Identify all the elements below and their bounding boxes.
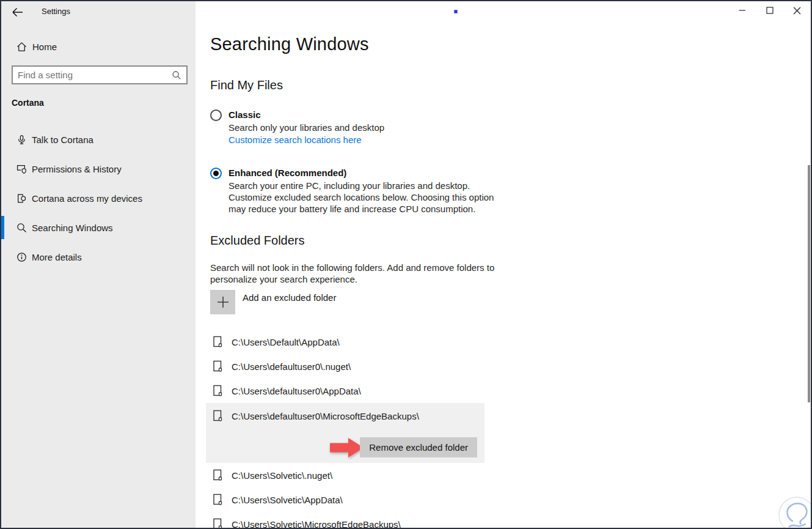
folder-icon — [213, 360, 222, 372]
add-excluded-folder-label: Add an excluded folder — [243, 292, 336, 314]
maximize-button[interactable] — [756, 1, 783, 20]
search-icon[interactable] — [172, 70, 181, 80]
window-controls — [728, 1, 811, 20]
folder-icon — [213, 469, 222, 481]
folder-path: C:\Users\Solvetic\.nuget\ — [232, 470, 332, 481]
folder-path: C:\Users\defaultuser0\.nuget\ — [232, 361, 351, 372]
titlebar: Settings — [1, 1, 196, 22]
excluded-folder-list: C:\Users\Default\AppData\ C:\Users\defau… — [206, 330, 485, 529]
option-enhanced: Enhanced (Recommended) Search your entir… — [210, 167, 503, 215]
vertical-scrollbar-thumb[interactable] — [808, 165, 810, 402]
classic-radio[interactable] — [210, 109, 222, 121]
folder-icon — [213, 518, 222, 529]
option-classic: Classic Search only your libraries and d… — [210, 109, 503, 146]
enhanced-label: Enhanced (Recommended) — [229, 167, 503, 179]
folder-path: C:\Users\Default\AppData\ — [232, 337, 340, 347]
sidebar-item-label: Searching Windows — [32, 223, 113, 233]
main-content: Searching Windows Find My Files Classic … — [196, 1, 811, 528]
excluded-folder-row: C:\Users\defaultuser0\MicrosoftEdgeBacku… — [206, 403, 485, 427]
enhanced-description: Search your entire PC, including your li… — [229, 180, 503, 215]
excluded-folder-row[interactable]: C:\Users\Default\AppData\ — [206, 330, 485, 354]
classic-description: Search only your libraries and desktop — [229, 122, 503, 133]
excluded-folder-row[interactable]: C:\Users\defaultuser0\AppData\ — [206, 379, 485, 403]
settings-window: Settings Home Cortana Talk to Cortana — [0, 0, 812, 529]
excluded-folder-row-selected[interactable]: C:\Users\defaultuser0\MicrosoftEdgeBacku… — [206, 403, 485, 463]
sidebar-item-home[interactable]: Home — [1, 37, 196, 56]
sidebar-item-label: Cortana across my devices — [32, 193, 142, 204]
add-excluded-folder-button[interactable]: Add an excluded folder — [210, 290, 336, 314]
sidebar: Settings Home Cortana Talk to Cortana — [1, 1, 196, 528]
settings-search-box — [12, 65, 188, 84]
sidebar-item-cortana-across-devices[interactable]: Cortana across my devices — [1, 183, 196, 213]
info-icon — [16, 252, 27, 262]
sidebar-item-more-details[interactable]: More details — [1, 242, 196, 272]
sidebar-item-searching-windows[interactable]: Searching Windows — [1, 213, 196, 242]
excluded-folders-description: Search will not look in the following fo… — [210, 262, 503, 285]
excluded-folder-row[interactable]: C:\Users\Solvetic\.nuget\ — [206, 463, 485, 487]
sidebar-item-label: Home — [32, 42, 57, 52]
app-title: Settings — [42, 7, 70, 16]
find-my-files-heading: Find My Files — [210, 78, 283, 92]
home-icon — [16, 42, 27, 52]
sidebar-item-talk-to-cortana[interactable]: Talk to Cortana — [1, 125, 196, 154]
solvetic-logo-icon — [777, 495, 812, 529]
plus-icon — [210, 290, 235, 314]
permissions-icon — [16, 164, 27, 174]
back-arrow-icon[interactable] — [11, 6, 24, 18]
microphone-icon — [16, 135, 27, 145]
cursor-dot — [455, 10, 457, 13]
excluded-folder-row[interactable]: C:\Users\defaultuser0\.nuget\ — [206, 354, 485, 379]
search-icon — [16, 223, 27, 233]
customize-search-locations-link[interactable]: Customize search locations here — [229, 134, 362, 146]
sidebar-item-permissions-history[interactable]: Permissions & History — [1, 154, 196, 183]
excluded-folder-row[interactable]: C:\Users\Solvetic\MicrosoftEdgeBackups\ — [206, 512, 485, 529]
enhanced-radio[interactable] — [210, 168, 222, 179]
classic-label: Classic — [229, 109, 503, 120]
excluded-folder-row[interactable]: C:\Users\Solvetic\AppData\ — [206, 487, 485, 512]
folder-icon — [213, 410, 222, 422]
excluded-folders-heading: Excluded Folders — [210, 234, 305, 248]
red-arrow-icon — [330, 437, 364, 458]
folder-icon — [213, 494, 222, 506]
sidebar-item-label: More details — [32, 252, 82, 262]
devices-icon — [16, 193, 27, 204]
search-input[interactable] — [13, 67, 172, 83]
remove-excluded-folder-button[interactable]: Remove excluded folder — [360, 437, 477, 457]
folder-path: C:\Users\defaultuser0\MicrosoftEdgeBacku… — [232, 411, 419, 421]
sidebar-nav: Talk to Cortana Permissions & History Co… — [1, 125, 196, 272]
folder-path: C:\Users\Solvetic\MicrosoftEdgeBackups\ — [232, 519, 401, 529]
page-title: Searching Windows — [210, 34, 369, 54]
sidebar-item-label: Talk to Cortana — [32, 135, 93, 145]
sidebar-section-title: Cortana — [12, 98, 44, 108]
close-button[interactable] — [783, 1, 811, 20]
folder-icon — [213, 336, 222, 348]
folder-path: C:\Users\Solvetic\AppData\ — [232, 495, 343, 505]
minimize-button[interactable] — [728, 1, 756, 20]
folder-icon — [213, 385, 222, 397]
folder-path: C:\Users\defaultuser0\AppData\ — [232, 386, 361, 396]
sidebar-item-label: Permissions & History — [32, 164, 122, 174]
